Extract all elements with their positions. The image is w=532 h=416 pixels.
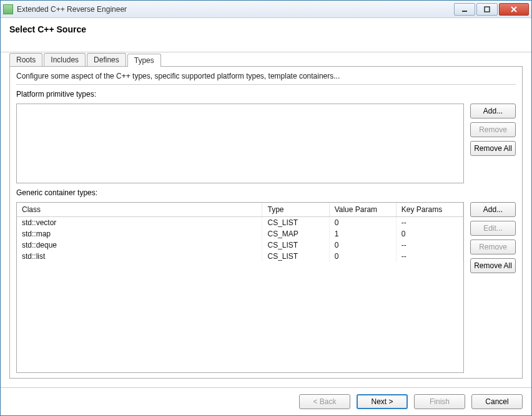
back-button[interactable]: < Back	[299, 394, 350, 409]
tab-roots[interactable]: Roots	[9, 53, 42, 66]
window-title: Extended C++ Reverse Engineer	[17, 5, 453, 14]
app-icon	[3, 4, 13, 14]
generic-types-section: Class Type Value Param Key Params std::v…	[16, 202, 516, 373]
table-row[interactable]: std::vector CS_LIST 0 --	[17, 217, 463, 229]
titlebar: Extended C++ Reverse Engineer	[1, 1, 531, 18]
generic-types-table[interactable]: Class Type Value Param Key Params std::v…	[16, 202, 464, 373]
finish-button[interactable]: Finish	[414, 394, 465, 409]
platform-remove-button[interactable]: Remove	[470, 122, 516, 137]
tab-includes[interactable]: Includes	[44, 53, 86, 66]
cell-class: std::map	[17, 228, 262, 239]
content-area: Roots Includes Defines Types Configure s…	[1, 52, 531, 387]
page-title: Select C++ Source	[9, 24, 523, 34]
generic-types-label: Generic container types:	[16, 188, 516, 197]
cell-key-params: --	[396, 217, 463, 229]
maximize-icon	[484, 6, 490, 12]
generic-types-buttons: Add... Edit... Remove Remove All	[470, 202, 516, 373]
wizard-header: Select C++ Source	[1, 18, 531, 52]
platform-types-label: Platform primitive types:	[16, 90, 516, 99]
col-type[interactable]: Type	[262, 203, 329, 217]
table-row[interactable]: std::deque CS_LIST 0 --	[17, 239, 463, 251]
config-description: Configure some aspect of the C++ types, …	[16, 72, 516, 85]
table-row[interactable]: std::list CS_LIST 0 --	[17, 251, 463, 262]
cell-value-param: 0	[329, 217, 396, 229]
cell-key-params: 0	[396, 228, 463, 239]
cell-key-params: --	[396, 239, 463, 251]
cancel-button[interactable]: Cancel	[471, 394, 523, 409]
cell-type: CS_LIST	[262, 239, 329, 251]
svg-rect-1	[485, 7, 490, 12]
generic-remove-button[interactable]: Remove	[470, 239, 516, 254]
cell-value-param: 1	[329, 228, 396, 239]
cell-type: CS_LIST	[262, 251, 329, 262]
platform-types-listbox[interactable]	[16, 104, 464, 183]
platform-add-button[interactable]: Add...	[470, 104, 516, 119]
minimize-button[interactable]	[454, 3, 475, 16]
generic-edit-button[interactable]: Edit...	[470, 221, 516, 236]
close-icon	[510, 6, 518, 12]
platform-remove-all-button[interactable]: Remove All	[470, 141, 516, 156]
tab-types[interactable]: Types	[127, 54, 161, 67]
wizard-footer: < Back Next > Finish Cancel	[1, 387, 531, 415]
col-class[interactable]: Class	[17, 203, 262, 217]
cell-type: CS_LIST	[262, 217, 329, 229]
minimize-icon	[461, 6, 468, 12]
cell-value-param: 0	[329, 251, 396, 262]
col-key-params[interactable]: Key Params	[396, 203, 463, 217]
cell-type: CS_MAP	[262, 228, 329, 239]
cell-class: std::deque	[17, 239, 262, 251]
generic-remove-all-button[interactable]: Remove All	[470, 258, 516, 273]
maximize-button[interactable]	[476, 3, 498, 16]
generic-add-button[interactable]: Add...	[470, 202, 516, 217]
close-button[interactable]	[499, 3, 529, 16]
cell-class: std::vector	[17, 217, 262, 229]
tab-defines[interactable]: Defines	[87, 53, 126, 66]
platform-types-buttons: Add... Remove Remove All	[470, 104, 516, 156]
platform-types-section: Add... Remove Remove All	[16, 104, 516, 183]
tabstrip: Roots Includes Defines Types	[9, 52, 523, 66]
cell-value-param: 0	[329, 239, 396, 251]
next-button[interactable]: Next >	[357, 394, 408, 409]
table-row[interactable]: std::map CS_MAP 1 0	[17, 228, 463, 239]
window-controls	[453, 3, 529, 16]
col-value-param[interactable]: Value Param	[329, 203, 396, 217]
cell-class: std::list	[17, 251, 262, 262]
cell-key-params: --	[396, 251, 463, 262]
tab-panel-types: Configure some aspect of the C++ types, …	[9, 66, 523, 379]
